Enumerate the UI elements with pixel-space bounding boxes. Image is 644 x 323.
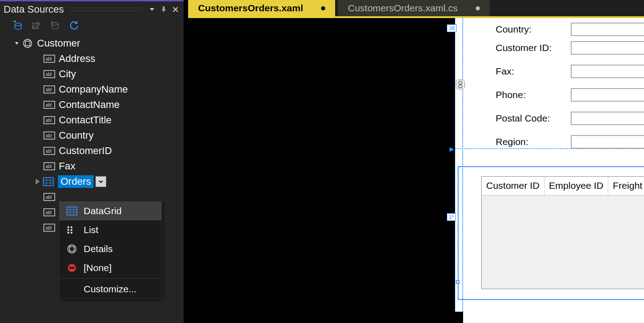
xaml-designer[interactable]: 36 1* Country: Customer ID: xyxy=(188,18,644,323)
text-field-icon: abl xyxy=(43,131,55,140)
svg-rect-44 xyxy=(70,247,74,251)
text-input[interactable] xyxy=(571,88,644,102)
svg-text:abl: abl xyxy=(46,149,52,154)
svg-point-47 xyxy=(459,81,462,84)
tree-node-field[interactable]: abl Country xyxy=(0,128,184,143)
svg-point-43 xyxy=(68,245,76,253)
tree-node-field[interactable]: abl ContactName xyxy=(0,97,184,112)
svg-text:abl: abl xyxy=(46,87,52,92)
tree-node-field[interactable]: abl Address xyxy=(0,51,184,66)
field-label: Phone: xyxy=(496,89,571,100)
edit-datasource-icon[interactable] xyxy=(31,20,42,31)
editor-area: CustomersOrders.xaml CustomersOrders.xam… xyxy=(188,0,644,323)
panel-grip[interactable] xyxy=(69,8,142,11)
dropdown-button[interactable] xyxy=(95,176,106,187)
tree-node-field[interactable]: abl City xyxy=(0,66,184,82)
dropdown-item-label: Details xyxy=(84,243,113,254)
collapse-arrow-icon[interactable] xyxy=(14,40,20,47)
svg-text:abl: abl xyxy=(46,72,52,77)
data-sources-panel: Data Sources xyxy=(0,0,184,323)
tree-node-label: Address xyxy=(59,53,95,65)
svg-text:abl: abl xyxy=(46,133,52,138)
dropdown-item-customize[interactable]: Customize... xyxy=(59,280,161,299)
tree-node-label: City xyxy=(59,68,76,80)
ruler-label: 1* xyxy=(447,213,456,221)
text-field-icon: abl xyxy=(43,192,55,202)
dropdown-item-details[interactable]: Details xyxy=(59,239,161,258)
datagrid-body[interactable] xyxy=(482,196,644,289)
text-input[interactable] xyxy=(571,41,644,55)
field-label: Fax: xyxy=(496,66,571,77)
tree-node-field[interactable]: abl ContactTitle xyxy=(0,112,184,128)
text-field-icon: abl xyxy=(43,100,55,110)
tab-customersorders-xaml[interactable]: CustomersOrders.xaml xyxy=(188,0,335,16)
svg-rect-42 xyxy=(71,232,72,234)
svg-rect-40 xyxy=(71,226,72,228)
text-input[interactable] xyxy=(571,23,644,36)
dropdown-item-label: [None] xyxy=(84,262,112,273)
resize-handle[interactable] xyxy=(456,280,459,284)
datagrid-header: Customer ID Employee ID Freight Order Da… xyxy=(482,177,644,196)
dropdown-separator xyxy=(59,278,161,279)
column-header[interactable]: Freight xyxy=(608,177,644,195)
tab-label: CustomersOrders.xaml xyxy=(198,3,303,14)
tree-node-orders[interactable]: Orders xyxy=(0,174,184,189)
column-header[interactable]: Customer ID xyxy=(482,177,545,195)
panel-title: Data Sources xyxy=(4,4,64,15)
unsaved-indicator-icon xyxy=(321,6,325,10)
text-input[interactable] xyxy=(571,65,644,78)
dropdown-item-list[interactable]: List xyxy=(59,220,161,239)
orders-datagrid[interactable]: Customer ID Employee ID Freight Order Da… xyxy=(481,176,644,289)
svg-rect-32 xyxy=(67,207,77,215)
datagrid-icon xyxy=(43,177,54,187)
tree-node-customer[interactable]: Customer xyxy=(0,36,184,51)
panel-menu-dropdown-icon[interactable] xyxy=(147,5,156,14)
tree-node-field[interactable]: abl CompanyName xyxy=(0,82,184,97)
text-field-icon: abl xyxy=(43,161,55,171)
vertical-splitter[interactable] xyxy=(184,0,188,323)
dropdown-item-label: Customize... xyxy=(84,284,137,295)
dropdown-item-datagrid[interactable]: DataGrid xyxy=(59,201,161,220)
svg-point-2 xyxy=(52,23,58,25)
text-input[interactable] xyxy=(571,112,644,125)
row-marker-icon[interactable] xyxy=(449,146,455,153)
svg-rect-38 xyxy=(67,229,69,231)
datagrid-icon xyxy=(65,206,79,216)
svg-rect-4 xyxy=(25,41,30,46)
form-row: Customer ID: xyxy=(496,36,644,60)
blank-icon xyxy=(65,284,79,295)
text-field-icon: abl xyxy=(43,146,55,156)
svg-rect-41 xyxy=(71,229,72,231)
pin-icon[interactable] xyxy=(159,5,168,14)
tab-customersorders-xaml-cs[interactable]: CustomersOrders.xaml.cs xyxy=(338,0,490,16)
link-icon[interactable] xyxy=(456,80,465,89)
svg-point-0 xyxy=(15,23,21,26)
text-input[interactable] xyxy=(571,135,644,149)
configure-datasource-icon[interactable] xyxy=(50,20,61,31)
dropdown-item-label: List xyxy=(84,225,99,235)
add-datasource-icon[interactable] xyxy=(12,20,23,31)
text-field-icon: abl xyxy=(43,223,55,233)
column-header[interactable]: Employee ID xyxy=(545,177,608,195)
svg-text:abl: abl xyxy=(46,56,52,61)
close-icon[interactable] xyxy=(171,5,180,14)
unsaved-indicator-icon xyxy=(476,6,480,10)
tree-node-field[interactable]: abl Fax xyxy=(0,159,184,174)
details-icon xyxy=(22,38,33,48)
svg-rect-39 xyxy=(67,232,69,234)
form-row: Country: xyxy=(496,23,644,36)
customer-form: Country: Customer ID: Fax: Phone: Postal… xyxy=(496,26,644,154)
tree-node-label: Country xyxy=(59,130,94,141)
tree-node-label: Orders xyxy=(58,175,94,188)
form-row: Fax: xyxy=(496,60,644,83)
expand-arrow-icon[interactable] xyxy=(34,178,41,185)
form-row: Region: xyxy=(496,130,644,154)
text-field-icon: abl xyxy=(43,54,55,64)
svg-text:abl: abl xyxy=(46,210,52,215)
svg-text:abl: abl xyxy=(46,225,52,230)
details-icon xyxy=(65,243,79,254)
refresh-icon[interactable] xyxy=(69,20,80,31)
field-label: Postal Code: xyxy=(496,113,571,124)
dropdown-item-none[interactable]: [None] xyxy=(59,258,161,277)
tree-node-field[interactable]: abl CustomerID xyxy=(0,143,184,159)
